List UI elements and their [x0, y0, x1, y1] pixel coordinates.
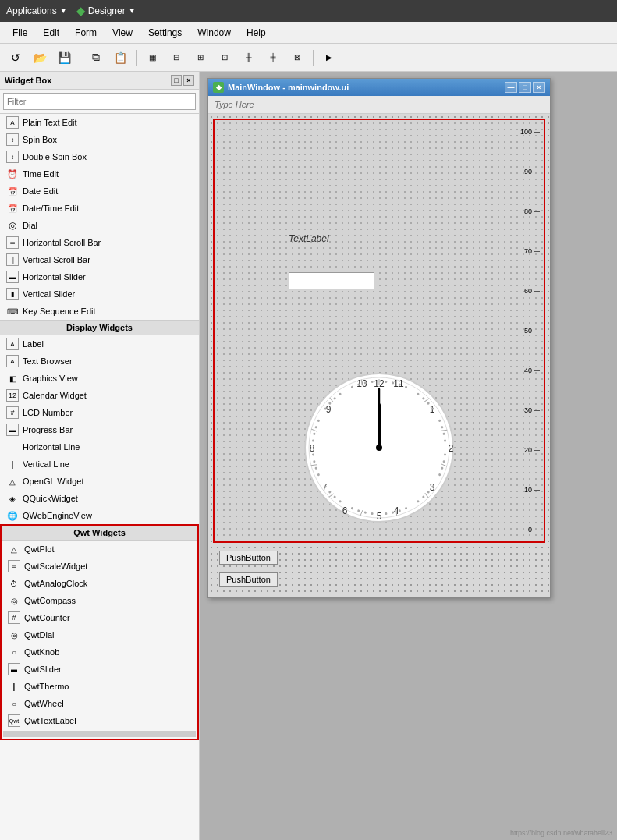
designer-arrow: ▼ — [129, 7, 136, 15]
qwtslider-icon: ▬ — [8, 663, 20, 675]
scale-20: 20 — [524, 446, 540, 454]
widget-item-graphicsview[interactable]: ◧ Graphics View — [0, 370, 199, 387]
widget-item-qwtplot[interactable]: △ QwtPlot — [2, 541, 197, 558]
widget-item-vscrollbar[interactable]: ║ Vertical Scroll Bar — [0, 251, 199, 268]
scale-tick-50 — [534, 331, 540, 331]
toolbar-widget[interactable]: ▦ — [141, 47, 163, 69]
designer-menu[interactable]: ◆ Designer ▼ — [76, 5, 136, 17]
applications-menu[interactable]: Applications ▼ — [6, 5, 67, 16]
keyseq-icon: ⌨ — [6, 305, 19, 317]
widget-item-qwtslider[interactable]: ▬ QwtSlider — [2, 661, 197, 678]
menu-help[interactable]: Help — [240, 26, 272, 40]
widget-item-qwtknob[interactable]: ○ QwtKnob — [2, 643, 197, 661]
analog-clock: 12 1 2 3 4 5 6 7 8 9 10 11 — [301, 370, 457, 526]
qwebengine-icon: 🌐 — [6, 509, 19, 522]
toolbar-new[interactable]: ↺ — [5, 47, 27, 69]
widget-item-spinbox[interactable]: ↕ Spin Box — [0, 131, 199, 148]
textbrowser-label: Text Browser — [23, 356, 73, 366]
widget-item-qwtwheel[interactable]: ○ QwtWheel — [2, 695, 197, 712]
canvas-lineedit[interactable] — [289, 272, 374, 289]
widget-item-dial[interactable]: ◎ Dial — [0, 217, 199, 234]
toolbar-splitter-v[interactable]: ╪ — [262, 47, 284, 69]
qwtcounter-label: QwtCounter — [24, 613, 70, 622]
designer-canvas[interactable]: PushButton PushButton TextLabel — [208, 114, 550, 597]
designer-close-btn[interactable]: × — [533, 82, 545, 93]
menu-settings[interactable]: Settings — [142, 26, 188, 40]
widget-item-vline[interactable]: | Vertical Line — [0, 455, 199, 473]
svg-point-76 — [376, 445, 382, 451]
widget-item-dateedit[interactable]: 📅 Date Edit — [0, 183, 199, 200]
top-bar: Applications ▼ ◆ Designer ▼ — [0, 0, 617, 22]
toolbar-splitter-h[interactable]: ╫ — [238, 47, 260, 69]
widget-item-doublespinbox[interactable]: ↕ Double Spin Box — [0, 148, 199, 165]
scale-tick-60 — [534, 291, 540, 292]
widget-item-keyseq[interactable]: ⌨ Key Sequence Edit — [0, 303, 199, 320]
widget-item-progressbar[interactable]: ▬ Progress Bar — [0, 421, 199, 438]
widget-item-label[interactable]: A Label — [0, 335, 199, 353]
menu-view[interactable]: View — [106, 26, 139, 40]
toolbar-save[interactable]: 💾 — [53, 47, 75, 69]
toolbar-preview[interactable]: ▶ — [318, 47, 340, 69]
menu-window[interactable]: Window — [191, 26, 237, 40]
toolbar-open[interactable]: 📂 — [29, 47, 51, 69]
widget-item-lcdnumber[interactable]: # LCD Number — [0, 404, 199, 421]
scale-tick-70 — [534, 251, 540, 252]
calendarwidget-label: Calendar Widget — [23, 391, 87, 400]
widget-item-hscrollbar[interactable]: ═ Horizontal Scroll Bar — [0, 234, 199, 251]
scale-tick-0 — [534, 530, 540, 530]
qwtanalogclock-icon: ⏱ — [8, 577, 20, 590]
qwtscale-icon: ═ — [8, 560, 20, 572]
designer-minimize-btn[interactable]: — — [505, 82, 517, 93]
widget-item-plaintextedit[interactable]: A Plain Text Edit — [0, 114, 199, 131]
widget-item-qwtdial[interactable]: ◎ QwtDial — [2, 626, 197, 643]
widget-item-calendarwidget[interactable]: 12 Calendar Widget — [0, 387, 199, 404]
toolbar-paste[interactable]: 📋 — [109, 47, 131, 69]
qwttextlabel-label: QwtTextLabel — [24, 716, 76, 725]
qwtthermo-icon: | — [8, 680, 20, 693]
widget-item-qwtcounter[interactable]: # QwtCounter — [2, 609, 197, 626]
widget-item-qquickwidget[interactable]: ◈ QQuickWidget — [0, 490, 199, 507]
hscrollbar-icon: ═ — [6, 236, 19, 249]
vscrollbar-label: Vertical Scroll Bar — [23, 255, 90, 264]
qwtcompass-icon: ◎ — [8, 594, 20, 607]
widget-box-float[interactable]: □ — [171, 75, 182, 86]
qwtdial-icon: ◎ — [8, 629, 20, 641]
toolbar-copy[interactable]: ⧉ — [85, 47, 107, 69]
widget-item-vslider[interactable]: ▮ Vertical Slider — [0, 285, 199, 303]
type-here-label[interactable]: Type Here — [208, 97, 550, 112]
canvas-button-4[interactable]: PushButton — [219, 572, 278, 587]
widget-box-close[interactable]: × — [183, 75, 194, 86]
widget-item-qwebengine[interactable]: 🌐 QWebEngineView — [0, 507, 199, 524]
widget-item-qwtanalogclock[interactable]: ⏱ QwtAnalogClock — [2, 575, 197, 592]
widget-item-qwtthermo[interactable]: | QwtThermo — [2, 678, 197, 695]
menu-form[interactable]: Form — [69, 26, 103, 40]
widget-item-qwtscale[interactable]: ═ QwtScaleWidget — [2, 558, 197, 575]
widget-item-opengl[interactable]: △ OpenGL Widget — [0, 473, 199, 490]
widget-item-datetimeedit[interactable]: 📅 Date/Time Edit — [0, 200, 199, 217]
toolbar-sep-3 — [313, 50, 314, 66]
widget-item-timeedit[interactable]: ⏰ Time Edit — [0, 165, 199, 183]
qwtanalogclock-label: QwtAnalogClock — [24, 579, 87, 588]
menu-edit[interactable]: Edit — [37, 26, 66, 40]
widget-item-textbrowser[interactable]: A Text Browser — [0, 353, 199, 370]
opengl-label: OpenGL Widget — [23, 477, 83, 486]
canvas-button-3[interactable]: PushButton — [219, 551, 278, 565]
designer-icon: ◆ — [76, 5, 85, 17]
toolbar-layout-g[interactable]: ⊡ — [214, 47, 236, 69]
menu-file[interactable]: File — [6, 26, 34, 40]
scale-60: 60 — [524, 287, 540, 295]
toolbar-layout-h[interactable]: ⊟ — [165, 47, 187, 69]
filter-input[interactable] — [3, 93, 196, 110]
toolbar-break[interactable]: ⊠ — [286, 47, 308, 69]
designer-maximize-btn[interactable]: □ — [519, 82, 531, 93]
widget-item-hslider[interactable]: ▬ Horizontal Slider — [0, 268, 199, 285]
svg-text:9: 9 — [326, 404, 332, 415]
scale-50: 50 — [524, 327, 540, 335]
widget-item-qwtcompass[interactable]: ◎ QwtCompass — [2, 592, 197, 609]
qwtcompass-label: QwtCompass — [24, 596, 76, 605]
widget-item-qwttextlabel[interactable]: Qwt QwtTextLabel — [2, 712, 197, 729]
spinbox-icon: ↕ — [6, 133, 19, 146]
widget-item-hline[interactable]: — Horizontal Line — [0, 438, 199, 455]
graphicsview-icon: ◧ — [6, 372, 19, 385]
toolbar-layout-v[interactable]: ⊞ — [190, 47, 211, 69]
